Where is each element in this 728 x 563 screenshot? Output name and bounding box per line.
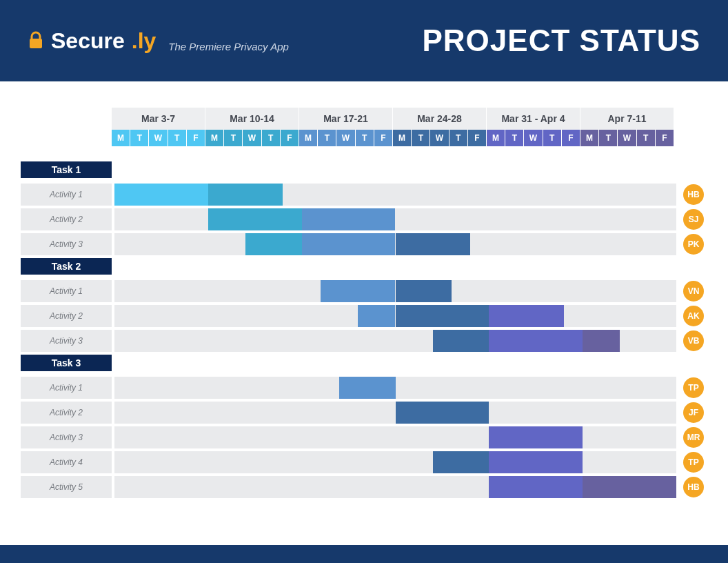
days-row: MTWTF — [112, 130, 205, 146]
brand-name: Secure — [51, 28, 125, 54]
activity-row: Activity 2JF — [21, 402, 704, 424]
header: Secure.ly The Premiere Privacy App PROJE… — [0, 0, 728, 81]
owner-avatar: TP — [683, 452, 704, 473]
footer-bar — [0, 545, 728, 563]
activity-label: Activity 1 — [21, 184, 112, 206]
owner-avatar: PK — [683, 234, 704, 255]
day-cell: F — [187, 130, 205, 146]
bar-segment — [489, 451, 583, 473]
week-label: Mar 17-21 — [299, 108, 392, 130]
bar-segment — [396, 280, 452, 302]
activity-label: Activity 3 — [21, 426, 112, 448]
day-cell: F — [656, 130, 674, 146]
days-row: MTWTF — [393, 130, 486, 146]
activity-row: Activity 5HB — [21, 476, 704, 498]
day-cell: T — [262, 130, 280, 146]
activity-row: Activity 3VB — [21, 330, 704, 352]
task-header: Task 1 — [21, 161, 112, 184]
activity-label: Activity 2 — [21, 305, 112, 327]
activity-label: Activity 3 — [21, 233, 112, 255]
days-row: MTWTF — [299, 130, 392, 146]
activity-row: Activity 1TP — [21, 377, 704, 399]
owner-avatar: TP — [683, 377, 704, 398]
brand-tagline: The Premiere Privacy App — [168, 41, 289, 52]
week-label: Mar 24-28 — [393, 108, 486, 130]
activity-label: Activity 1 — [21, 280, 112, 302]
bar-segment — [433, 330, 489, 352]
bar-track — [114, 377, 676, 399]
day-cell: M — [580, 130, 598, 146]
day-cell: W — [336, 130, 354, 146]
week-label: Apr 7-11 — [580, 108, 674, 130]
content: Mar 3-7MTWTFMar 10-14MTWTFMar 17-21MTWTF… — [0, 81, 728, 498]
owner-avatar: HB — [683, 184, 704, 205]
activity-row: Activity 3MR — [21, 426, 704, 448]
bar-segment — [302, 208, 396, 230]
owner-avatar: VB — [683, 330, 704, 351]
day-cell: T — [599, 130, 617, 146]
day-cell: W — [243, 130, 261, 146]
day-cell: T — [449, 130, 467, 146]
bar-track — [114, 426, 676, 448]
bar-segment — [583, 476, 676, 498]
brand-suffix: .ly — [132, 28, 156, 54]
day-cell: W — [618, 130, 636, 146]
week-column: Apr 7-11MTWTF — [580, 108, 674, 146]
bar-segment — [489, 305, 564, 327]
bar-track — [114, 233, 676, 255]
task-header-row: Task 3 — [21, 355, 704, 377]
bar-track — [114, 280, 676, 302]
lock-icon — [28, 31, 44, 50]
task-header: Task 2 — [21, 258, 112, 280]
bar-segment — [489, 426, 583, 448]
bar-track — [114, 451, 676, 473]
gantt-chart: Task 1Activity 1HBActivity 2SJActivity 3… — [21, 161, 704, 498]
owner-avatar: AK — [683, 306, 704, 326]
day-cell: W — [524, 130, 542, 146]
bar-segment — [302, 233, 396, 255]
bar-segment — [489, 476, 583, 498]
bar-track — [114, 208, 676, 230]
week-column: Mar 3-7MTWTF — [112, 108, 205, 146]
activity-label: Activity 4 — [21, 451, 112, 473]
week-label: Mar 3-7 — [112, 108, 205, 130]
owner-avatar: SJ — [683, 209, 704, 230]
bar-segment — [433, 451, 489, 473]
day-cell: T — [130, 130, 148, 146]
activity-label: Activity 3 — [21, 330, 112, 352]
bar-track — [114, 402, 676, 424]
activity-label: Activity 2 — [21, 402, 112, 424]
bar-segment — [321, 280, 396, 302]
activity-label: Activity 1 — [21, 377, 112, 399]
day-cell: M — [112, 130, 130, 146]
activity-row: Activity 4TP — [21, 451, 704, 473]
task-header-row: Task 2 — [21, 258, 704, 280]
week-column: Mar 10-14MTWTF — [205, 108, 299, 146]
days-row: MTWTF — [205, 130, 299, 146]
owner-avatar: MR — [683, 427, 704, 448]
bar-segment — [358, 305, 395, 327]
bar-track — [114, 476, 676, 498]
bar-segment — [339, 377, 396, 399]
week-label: Mar 10-14 — [205, 108, 299, 130]
day-cell: T — [505, 130, 523, 146]
day-cell: T — [356, 130, 374, 146]
activity-row: Activity 1HB — [21, 184, 704, 206]
day-cell: F — [374, 130, 392, 146]
week-column: Mar 17-21MTWTF — [299, 108, 392, 146]
bar-segment — [208, 208, 302, 230]
bar-segment — [114, 184, 208, 206]
day-cell: M — [205, 130, 223, 146]
owner-avatar: HB — [683, 477, 704, 497]
day-cell: M — [393, 130, 411, 146]
bar-segment — [396, 233, 471, 255]
week-column: Mar 24-28MTWTF — [393, 108, 486, 146]
owner-avatar: VN — [683, 281, 704, 302]
timeline-header: Mar 3-7MTWTFMar 10-14MTWTFMar 17-21MTWTF… — [112, 108, 674, 146]
day-cell: F — [562, 130, 580, 146]
brand-group: Secure.ly The Premiere Privacy App — [28, 28, 289, 54]
day-cell: F — [281, 130, 299, 146]
week-column: Mar 31 - Apr 4MTWTF — [487, 108, 580, 146]
day-cell: F — [468, 130, 486, 146]
bar-track — [114, 305, 676, 327]
